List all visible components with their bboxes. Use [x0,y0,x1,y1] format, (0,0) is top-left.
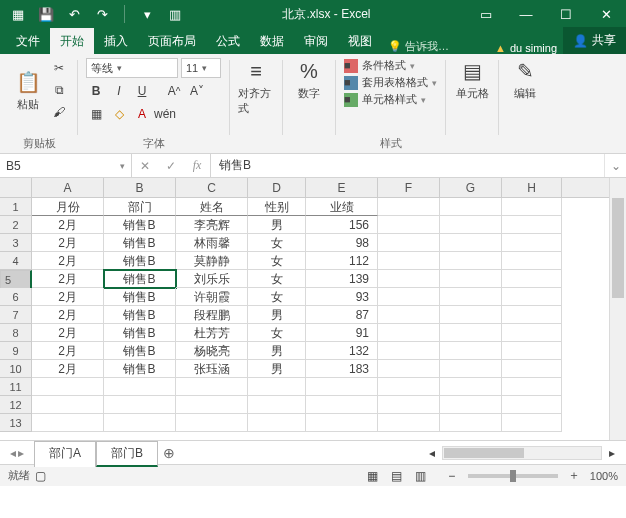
row-header[interactable]: 7 [0,306,32,324]
alignment-button[interactable]: ≡对齐方式 [238,58,274,116]
row-header[interactable]: 11 [0,378,32,396]
row-header[interactable]: 13 [0,414,32,432]
cell[interactable]: 刘乐乐 [176,270,248,288]
cell[interactable] [440,360,502,378]
column-header[interactable]: B [104,178,176,197]
maximize-icon[interactable]: ☐ [546,0,586,28]
tab-file[interactable]: 文件 [6,28,50,54]
cell[interactable] [440,270,502,288]
redo-icon[interactable]: ↷ [90,3,114,25]
column-header[interactable]: D [248,178,306,197]
cell[interactable]: 2月 [32,288,104,306]
scroll-left-icon[interactable]: ◂ [422,443,442,463]
cell[interactable] [502,414,562,432]
cell[interactable]: 销售B [104,360,176,378]
paste-button[interactable]: 📋 粘贴 [10,69,46,112]
cell[interactable] [378,378,440,396]
cell[interactable] [502,216,562,234]
cell[interactable] [502,306,562,324]
column-header[interactable]: C [176,178,248,197]
cell[interactable]: 杜芳芳 [176,324,248,342]
cell[interactable]: 2月 [32,324,104,342]
cells-button[interactable]: ▤单元格 [454,58,490,101]
tab-home[interactable]: 开始 [50,28,94,54]
cell[interactable]: 张珏涵 [176,360,248,378]
editing-button[interactable]: ✎编辑 [507,58,543,101]
cell[interactable] [248,378,306,396]
scroll-right-icon[interactable]: ▸ [602,443,622,463]
cell[interactable] [502,288,562,306]
close-icon[interactable]: ✕ [586,0,626,28]
cell[interactable]: 销售B [104,216,176,234]
cell[interactable]: 许朝霞 [176,288,248,306]
cell[interactable] [440,252,502,270]
cell[interactable]: 销售B [104,342,176,360]
font-size-select[interactable]: 11▾ [181,58,221,78]
cell[interactable] [104,396,176,414]
cell[interactable]: 2月 [32,360,104,378]
cell[interactable] [378,270,440,288]
accept-formula-icon[interactable]: ✓ [158,156,184,176]
format-as-table-button[interactable]: ■套用表格格式▾ [344,75,437,90]
row-header[interactable]: 6 [0,288,32,306]
grow-font-icon[interactable]: A^ [164,81,184,101]
cell[interactable] [176,396,248,414]
cell[interactable] [378,306,440,324]
cell[interactable]: 销售B [104,234,176,252]
cell[interactable]: 139 [306,270,378,288]
italic-icon[interactable]: I [109,81,129,101]
cell[interactable]: 女 [248,234,306,252]
cell[interactable]: 2月 [32,306,104,324]
tell-me[interactable]: 💡告诉我… [388,39,449,54]
cell[interactable] [32,414,104,432]
cell[interactable]: 2月 [32,270,104,288]
cell[interactable] [502,198,562,216]
cell[interactable] [176,378,248,396]
cell[interactable] [502,324,562,342]
vertical-scrollbar[interactable] [609,178,626,440]
zoom-slider[interactable] [468,474,558,478]
cell[interactable] [440,198,502,216]
cell[interactable]: 男 [248,306,306,324]
sheet-tab[interactable]: 部门B [96,441,158,467]
name-box[interactable]: B5▾ [0,154,132,177]
cell-styles-button[interactable]: ■单元格样式▾ [344,92,426,107]
cell[interactable] [440,396,502,414]
cell[interactable]: 业绩 [306,198,378,216]
row-header[interactable]: 2 [0,216,32,234]
cell[interactable]: 女 [248,270,306,288]
cell[interactable]: 销售B [104,324,176,342]
cell[interactable] [306,414,378,432]
tab-review[interactable]: 审阅 [294,28,338,54]
account-user[interactable]: ▲du siming [489,42,563,54]
cell[interactable]: 莫静静 [176,252,248,270]
column-header[interactable]: E [306,178,378,197]
row-header[interactable]: 3 [0,234,32,252]
cell[interactable] [378,288,440,306]
cell[interactable] [502,234,562,252]
minimize-icon[interactable]: ― [506,0,546,28]
cell[interactable] [440,306,502,324]
select-all-corner[interactable] [0,178,32,197]
zoom-in-icon[interactable]: ＋ [564,466,584,486]
cell[interactable]: 2月 [32,216,104,234]
formula-input[interactable]: 销售B [211,154,604,177]
cell[interactable] [440,324,502,342]
cell[interactable] [502,342,562,360]
horizontal-scrollbar[interactable]: ◂ ▸ [180,443,626,463]
cell[interactable]: 姓名 [176,198,248,216]
page-break-view-icon[interactable]: ▥ [410,466,432,486]
cell[interactable]: 销售B [104,270,176,288]
cell[interactable]: 男 [248,360,306,378]
cell[interactable]: 销售B [104,288,176,306]
phonetic-icon[interactable]: wén [155,104,175,124]
column-header[interactable]: H [502,178,562,197]
share-button[interactable]: 👤共享 [563,27,626,54]
cell[interactable] [248,414,306,432]
row-header[interactable]: 12 [0,396,32,414]
cell[interactable]: 男 [248,342,306,360]
sheet-tab[interactable]: 部门A [34,441,96,467]
cell[interactable] [32,378,104,396]
row-header[interactable]: 5 [0,270,32,290]
cell[interactable]: 98 [306,234,378,252]
